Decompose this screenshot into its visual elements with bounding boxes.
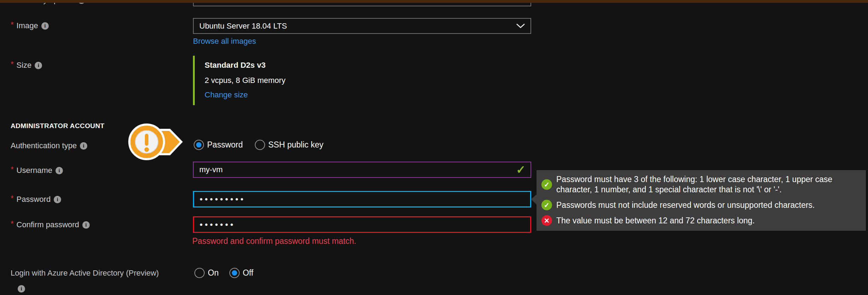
password-label: * Password i (11, 195, 61, 204)
radio-password-label: Password (207, 140, 243, 150)
required-asterisk: * (11, 20, 14, 29)
info-icon[interactable]: i (41, 22, 49, 30)
password-validation-tooltip: ✓ Password must have 3 of the following:… (536, 170, 866, 231)
info-icon[interactable]: i (80, 142, 87, 150)
radio-off[interactable]: Off (229, 268, 253, 278)
username-label: * Username i (11, 166, 63, 175)
confirm-password-label: * Confirm password i (11, 220, 90, 229)
size-specs: 2 vcpus, 8 GiB memory (205, 76, 286, 85)
authentication-type-label: Authentication type i (11, 141, 87, 150)
check-circle-icon: ✓ (541, 200, 552, 210)
info-icon[interactable]: i (82, 221, 90, 229)
password-mismatch-error: Password and confirm password must match… (192, 236, 356, 246)
password-masked-value: ••••••••• (200, 196, 246, 203)
validation-item: ✕ The value must be between 12 and 72 ch… (541, 215, 860, 226)
info-icon[interactable]: i (35, 62, 42, 69)
annotation-arrow-icon (120, 116, 186, 168)
browse-all-images-link[interactable]: Browse all images (193, 37, 256, 46)
radio-off-label: Off (243, 268, 253, 278)
required-asterisk: * (11, 219, 14, 228)
confirm-password-masked-value: ••••••• (200, 221, 235, 228)
check-circle-icon: ✓ (541, 179, 552, 190)
username-input[interactable]: my-vm ✓ (193, 162, 531, 178)
image-label-text: Image (17, 21, 38, 30)
size-summary-panel: Standard D2s v3 2 vcpus, 8 GiB memory Ch… (193, 56, 286, 105)
radio-on-label: On (208, 268, 219, 278)
validation-item: ✓ Passwords must not include reserved wo… (541, 200, 860, 210)
validation-text: Password must have 3 of the following: 1… (556, 174, 860, 195)
radio-unselected-icon (255, 140, 265, 150)
valid-check-icon: ✓ (516, 164, 526, 175)
info-icon[interactable]: i (18, 285, 25, 293)
radio-selected-icon (229, 268, 240, 278)
size-label: * Size i (11, 61, 42, 70)
validation-item: ✓ Password must have 3 of the following:… (541, 174, 860, 195)
radio-ssh-label: SSH public key (268, 140, 323, 150)
tooltip-pointer (531, 194, 536, 204)
aad-login-label: Login with Azure Active Directory (Previ… (11, 269, 159, 278)
password-input[interactable]: ••••••••• (193, 191, 531, 207)
chevron-down-icon (516, 24, 525, 28)
authentication-type-label-text: Authentication type (11, 141, 77, 150)
radio-on[interactable]: On (194, 268, 219, 278)
username-label-text: Username (17, 166, 52, 175)
x-circle-icon: ✕ (541, 215, 552, 226)
image-value: Ubuntu Server 18.04 LTS (199, 22, 287, 31)
info-icon[interactable]: i (55, 167, 63, 174)
size-label-text: Size (17, 61, 32, 70)
administrator-account-heading: ADMINISTRATOR ACCOUNT (11, 122, 105, 130)
radio-ssh-public-key[interactable]: SSH public key (255, 140, 323, 150)
info-icon[interactable]: i (54, 196, 61, 203)
confirm-password-input[interactable]: ••••••• (193, 216, 531, 233)
password-label-text: Password (17, 195, 51, 204)
authentication-type-radio-group: Password SSH public key (194, 140, 323, 150)
validation-text: The value must be between 12 and 72 char… (556, 216, 755, 226)
radio-password[interactable]: Password (194, 140, 243, 150)
confirm-password-label-text: Confirm password (17, 220, 79, 229)
size-name: Standard D2s v3 (205, 61, 286, 70)
username-value: my-vm (199, 165, 223, 174)
change-size-link[interactable]: Change size (205, 90, 286, 100)
top-accent-band (0, 0, 868, 3)
image-label: * Image i (11, 21, 49, 30)
radio-unselected-icon (194, 268, 205, 278)
required-asterisk: * (11, 60, 14, 69)
required-asterisk: * (11, 165, 14, 174)
image-dropdown[interactable]: Ubuntu Server 18.04 LTS (193, 18, 531, 34)
required-asterisk: * (11, 194, 14, 203)
aad-login-label-text: Login with Azure Active Directory (Previ… (11, 269, 159, 278)
aad-radio-group: On Off (194, 268, 253, 278)
radio-selected-icon (194, 140, 204, 150)
vm-create-form: Availability options i No infrastructure… (0, 0, 868, 295)
validation-text: Passwords must not include reserved word… (556, 200, 815, 210)
